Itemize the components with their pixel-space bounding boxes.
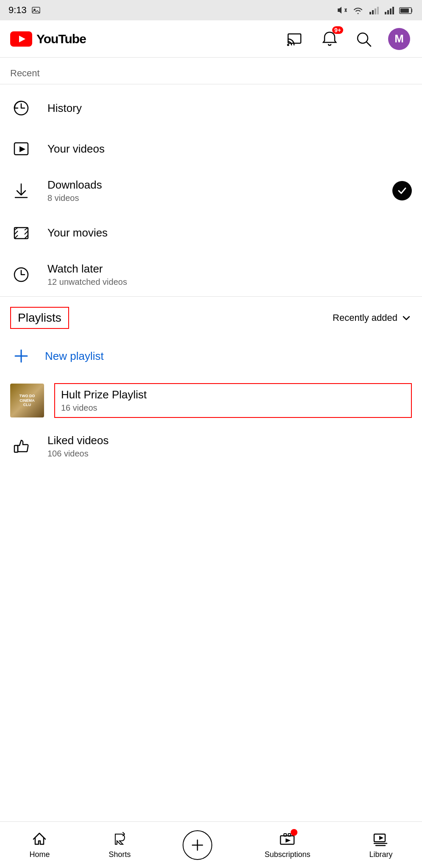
svg-marker-39 — [286, 838, 291, 843]
nav-subscriptions-button[interactable]: Subscriptions — [258, 827, 317, 862]
checkmark-icon — [396, 185, 408, 197]
create-icon — [190, 837, 205, 853]
nav-create-button[interactable] — [183, 830, 212, 860]
watch-later-text: Watch later 12 unwatched videos — [47, 262, 412, 287]
nav-home-button[interactable]: Home — [22, 827, 56, 862]
cast-button[interactable] — [285, 28, 307, 50]
status-right — [336, 5, 414, 15]
user-avatar: M — [388, 28, 410, 50]
your-videos-icon — [12, 139, 31, 158]
recent-label: Recent — [0, 58, 422, 84]
svg-rect-7 — [377, 7, 379, 14]
svg-rect-41 — [288, 834, 291, 836]
status-bar: 9:13 — [0, 0, 422, 20]
downloads-badge — [392, 181, 412, 200]
your-videos-icon-wrap — [10, 138, 32, 160]
wifi-icon — [352, 5, 364, 15]
bottom-nav: Home Shorts Subscriptions — [0, 821, 422, 868]
top-bar: YouTube 9+ M — [0, 20, 422, 58]
plus-icon — [13, 348, 30, 364]
your-movies-icon-wrap — [10, 222, 32, 244]
watch-later-title: Watch later — [47, 262, 412, 275]
new-playlist-label: New playlist — [45, 350, 104, 363]
downloads-title: Downloads — [47, 178, 377, 192]
menu-item-your-videos[interactable]: Your videos — [0, 128, 422, 169]
svg-rect-40 — [284, 834, 286, 836]
playlist-thumb-inner: TWO DOCINEMACLU — [10, 384, 44, 417]
top-icons: 9+ M — [285, 26, 412, 52]
mute-icon — [336, 5, 347, 15]
home-label: Home — [29, 850, 50, 859]
playlists-title: Playlists — [10, 307, 69, 329]
playlists-header: Playlists Recently added — [0, 296, 422, 336]
svg-rect-10 — [390, 8, 391, 14]
photo-icon — [31, 5, 41, 15]
history-title: History — [47, 102, 412, 115]
chevron-down-icon — [401, 312, 412, 323]
search-button[interactable] — [353, 28, 375, 50]
svg-rect-9 — [387, 10, 389, 14]
new-playlist-item[interactable]: New playlist — [0, 336, 422, 376]
svg-marker-43 — [379, 836, 383, 840]
downloads-subtitle: 8 videos — [47, 193, 377, 203]
sort-label: Recently added — [333, 312, 397, 323]
your-videos-text: Your videos — [47, 142, 412, 156]
your-movies-text: Your movies — [47, 226, 412, 239]
nav-shorts-button[interactable]: Shorts — [102, 827, 137, 862]
battery-icon — [399, 5, 414, 15]
thumbs-up-icon-wrap — [10, 435, 32, 457]
signal2-icon — [384, 5, 395, 15]
playlist-item-liked-videos[interactable]: Liked videos 106 videos — [0, 425, 422, 468]
sort-recently-added-button[interactable]: Recently added — [333, 312, 412, 323]
time: 9:13 — [8, 5, 27, 16]
playlist-thumbnail: TWO DOCINEMACLU — [10, 384, 44, 417]
plus-icon-wrap — [10, 345, 32, 367]
menu-item-your-movies[interactable]: Your movies — [0, 212, 422, 253]
your-movies-icon — [12, 223, 31, 242]
menu-item-downloads[interactable]: Downloads 8 videos — [0, 169, 422, 212]
history-icon-wrap — [10, 97, 32, 119]
history-icon — [12, 99, 31, 117]
downloads-icon-wrap — [10, 180, 32, 202]
youtube-logo-icon — [10, 31, 32, 47]
library-label: Library — [369, 850, 392, 859]
cast-icon — [286, 30, 305, 48]
subscriptions-red-dot — [291, 829, 297, 836]
history-text: History — [47, 102, 412, 115]
menu-item-watch-later[interactable]: Watch later 12 unwatched videos — [0, 253, 422, 296]
downloads-icon — [12, 181, 31, 200]
hult-prize-name: Hult Prize Playlist — [61, 388, 405, 401]
svg-rect-6 — [375, 8, 376, 14]
playlist-text-hult-prize: Hult Prize Playlist 16 videos — [54, 383, 412, 418]
svg-rect-4 — [369, 12, 371, 14]
liked-videos-count: 106 videos — [47, 449, 412, 459]
nav-library-button[interactable]: Library — [362, 827, 399, 862]
avatar-button[interactable]: M — [386, 26, 412, 52]
liked-videos-name: Liked videos — [47, 434, 412, 447]
notification-button[interactable]: 9+ — [319, 28, 341, 50]
svg-rect-11 — [392, 7, 394, 14]
liked-videos-text: Liked videos 106 videos — [47, 434, 412, 459]
notification-badge: 9+ — [332, 26, 343, 34]
thumbs-up-icon — [12, 437, 31, 456]
playlist-item-hult-prize[interactable]: TWO DOCINEMACLU Hult Prize Playlist 16 v… — [0, 376, 422, 425]
svg-marker-22 — [19, 146, 25, 152]
your-movies-title: Your movies — [47, 226, 412, 239]
downloads-text: Downloads 8 videos — [47, 178, 377, 203]
hult-prize-count: 16 videos — [61, 403, 405, 413]
watch-later-icon-wrap — [10, 264, 32, 286]
logo-area: YouTube — [10, 31, 86, 47]
svg-line-19 — [366, 42, 371, 46]
signal-icon — [369, 5, 380, 15]
shorts-icon — [111, 831, 128, 848]
search-icon — [354, 30, 373, 48]
menu-item-history[interactable]: History — [0, 88, 422, 128]
svg-point-17 — [287, 44, 289, 46]
watch-later-icon — [12, 265, 31, 284]
svg-rect-13 — [400, 8, 409, 13]
subscriptions-icon-wrap — [279, 831, 296, 848]
home-icon — [31, 831, 48, 848]
svg-rect-5 — [372, 10, 374, 14]
svg-rect-8 — [385, 12, 386, 14]
svg-rect-35 — [14, 445, 18, 452]
